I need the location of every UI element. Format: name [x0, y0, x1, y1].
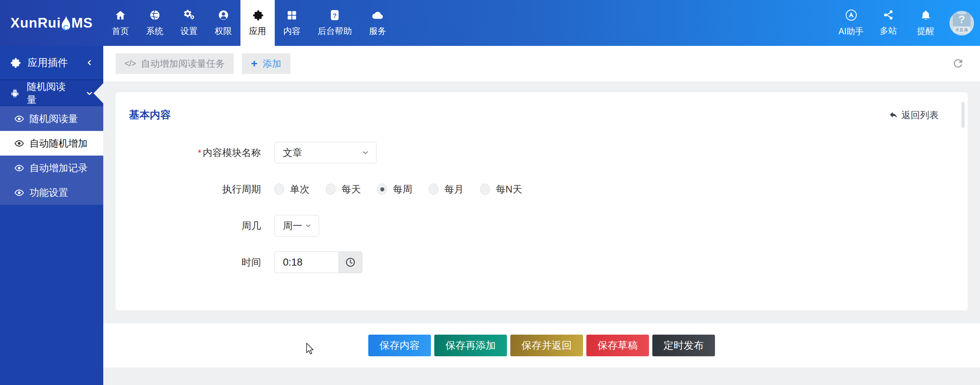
- sidebar-section-label: 应用插件: [28, 56, 68, 69]
- topnav-label: 系统: [146, 26, 163, 37]
- grid-icon: [286, 9, 298, 21]
- topnav-label: 多站: [880, 25, 897, 37]
- topnav-label: 提醒: [917, 26, 934, 37]
- top-nav: 首页 系统 设置 权限 应: [103, 0, 395, 46]
- code-icon: </>: [124, 59, 136, 69]
- weekday-select[interactable]: 周一: [274, 215, 319, 236]
- panel-title: 基本内容: [129, 108, 171, 122]
- radio-option-monthly[interactable]: 每月: [429, 183, 464, 196]
- module-label: *内容模块名称: [116, 146, 261, 159]
- sidebar-group-random-views[interactable]: 随机阅读量: [0, 80, 103, 106]
- scheduled-publish-button[interactable]: 定时发布: [652, 335, 715, 356]
- topnav-item-services[interactable]: 服务: [361, 0, 395, 46]
- time-input[interactable]: [274, 251, 339, 273]
- radio-option-weekly[interactable]: 每周: [377, 183, 412, 196]
- gears-icon: [183, 9, 195, 21]
- module-select-value: 文章: [283, 146, 302, 159]
- radio-option-every-n-days[interactable]: 每N天: [480, 183, 522, 196]
- task-form: *内容模块名称 文章 执行周期 单次: [116, 141, 968, 273]
- sidebar-item-auto-random-increase[interactable]: 自动随机增加: [0, 131, 103, 156]
- cloud-icon: [371, 9, 384, 21]
- save-draft-button[interactable]: 保存草稿: [586, 335, 649, 356]
- topnav-label: 后台帮助: [318, 26, 352, 37]
- svg-text:?: ?: [333, 12, 337, 19]
- form-row-time: 时间: [116, 251, 968, 273]
- chevron-down-icon: [305, 222, 312, 229]
- cycle-label: 执行周期: [116, 183, 261, 196]
- sidebar-section-plugins[interactable]: 应用插件: [0, 46, 103, 80]
- radio-option-once[interactable]: 单次: [274, 183, 309, 196]
- topnav-item-home[interactable]: 首页: [103, 0, 138, 46]
- plus-icon: +: [251, 57, 258, 70]
- topnav-label: 权限: [215, 26, 232, 37]
- back-link-label: 返回列表: [901, 109, 939, 121]
- sidebar-item-label: 自动增加记录: [29, 161, 88, 174]
- radio-icon: [274, 184, 284, 195]
- topnav-item-multisite[interactable]: 多站: [870, 9, 907, 37]
- radio-icon: [480, 184, 490, 195]
- sidebar-item-random-views[interactable]: 随机阅读量: [0, 106, 103, 131]
- form-row-cycle: 执行周期 单次 每天 每周: [116, 178, 968, 200]
- module-select[interactable]: 文章: [274, 142, 377, 163]
- sidebar-item-label: 随机阅读量: [29, 112, 78, 125]
- help-icon: ?: [329, 9, 340, 21]
- sidebar-group-label: 随机阅读量: [27, 80, 72, 106]
- back-to-list-link[interactable]: 返回列表: [889, 109, 939, 121]
- save-content-button[interactable]: 保存内容: [368, 335, 431, 356]
- save-and-return-button[interactable]: 保存并返回: [510, 335, 583, 356]
- refresh-icon[interactable]: [952, 57, 964, 70]
- topnav-label: AI助手: [838, 26, 864, 37]
- topnav-item-system[interactable]: 系统: [138, 0, 172, 46]
- chevron-down-icon: [85, 89, 94, 97]
- svg-text:C: C: [63, 24, 69, 32]
- puzzle-icon: [10, 57, 21, 68]
- topnav-label: 设置: [180, 26, 197, 37]
- radio-option-daily[interactable]: 每天: [326, 183, 361, 196]
- radio-icon-checked: [377, 184, 387, 195]
- eye-icon: [14, 188, 24, 198]
- globe-icon: [149, 9, 161, 21]
- topnav-item-help[interactable]: ? 后台帮助: [309, 0, 361, 46]
- topnav-item-settings[interactable]: 设置: [172, 0, 206, 46]
- content-panel: 基本内容 返回列表 *内容模块名称 文章: [116, 92, 968, 310]
- topbar-right: AI助手 多站 提醒 ? 求真像: [832, 0, 980, 46]
- eye-icon: [14, 138, 24, 149]
- brand-logo[interactable]: XunRui C MS: [0, 0, 103, 46]
- main-area: </> 自动增加阅读量任务 + 添加 基本内容 返回列表 *内容模块名称: [103, 46, 980, 385]
- panel-scrollbar-thumb[interactable]: [961, 102, 965, 128]
- panel-header: 基本内容 返回列表: [116, 92, 968, 122]
- sidebar-item-label: 功能设置: [29, 186, 68, 199]
- clock-icon: [345, 257, 356, 268]
- android-icon: [10, 88, 20, 99]
- topnav-item-ai-assistant[interactable]: AI助手: [832, 9, 870, 37]
- flame-icon: C: [59, 15, 73, 33]
- sidebar-item-auto-increase-records[interactable]: 自动增加记录: [0, 156, 103, 180]
- time-label: 时间: [116, 256, 261, 269]
- form-row-weekday: 周几 周一: [116, 214, 968, 237]
- brand-logo-text: XunRui C MS: [10, 14, 93, 32]
- tab-auto-increase-task[interactable]: </> 自动增加阅读量任务: [116, 53, 234, 74]
- topnav-item-apps[interactable]: 应用: [240, 0, 275, 46]
- user-icon: [218, 9, 229, 21]
- avatar-caption: 求真像: [953, 27, 970, 33]
- brand-suffix: MS: [71, 15, 93, 31]
- tab-label: 自动增加阅读量任务: [141, 58, 225, 70]
- time-picker-button[interactable]: [339, 251, 362, 273]
- user-avatar[interactable]: ? 求真像: [950, 11, 974, 35]
- action-footer: 保存内容 保存再添加 保存并返回 保存草稿 定时发布: [103, 323, 980, 367]
- topnav-label: 服务: [369, 26, 386, 37]
- weekday-label: 周几: [116, 219, 261, 232]
- topnav-item-content[interactable]: 内容: [275, 0, 309, 46]
- bell-icon: [920, 9, 931, 21]
- radio-icon: [429, 184, 438, 195]
- topnav-item-notifications[interactable]: 提醒: [907, 9, 944, 37]
- save-and-add-button[interactable]: 保存再添加: [434, 335, 507, 356]
- add-tab-button[interactable]: + 添加: [242, 53, 290, 74]
- tab-bar: </> 自动增加阅读量任务 + 添加: [103, 46, 980, 81]
- puzzle-icon: [252, 9, 264, 21]
- avatar-question-mark: ?: [950, 13, 974, 26]
- sidebar-item-feature-settings[interactable]: 功能设置: [0, 180, 103, 205]
- ai-icon: [845, 9, 858, 21]
- topnav-item-permissions[interactable]: 权限: [206, 0, 240, 46]
- topnav-label: 首页: [112, 26, 129, 37]
